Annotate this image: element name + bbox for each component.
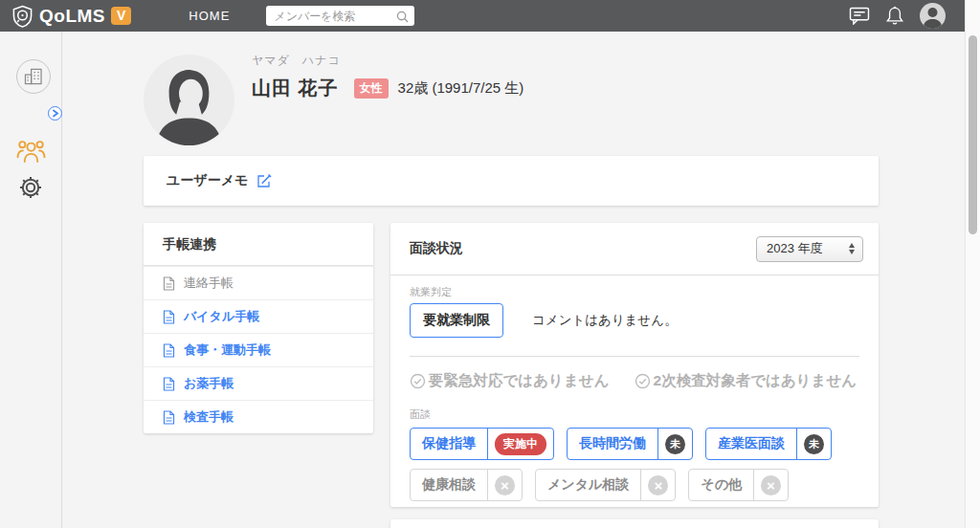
gear-icon: [17, 174, 44, 201]
version-badge: V: [111, 7, 131, 25]
sidebar-item-settings[interactable]: [17, 174, 44, 201]
profile-name: 山田 花子: [252, 76, 339, 101]
edit-memo-icon[interactable]: [256, 173, 272, 188]
interview-button-mental-consult[interactable]: メンタル相談 ×: [535, 469, 676, 501]
circle-check-icon: [410, 373, 426, 389]
flag-no-secondary-exam: 2次検査対象者ではありません: [635, 371, 858, 391]
profile-age-birth: 32歳 (1991/7/25 生): [398, 79, 524, 98]
interview-button-health-consult[interactable]: 健康相談 ×: [410, 469, 523, 501]
status-badge-none: ×: [648, 475, 668, 495]
search-icon: [396, 10, 409, 27]
notebook-item-medicine[interactable]: お薬手帳: [144, 366, 373, 400]
divider: [410, 356, 859, 357]
user-memo-card: ユーザーメモ: [144, 156, 879, 206]
interview-section-label: 面談: [410, 407, 859, 422]
profile-summary: ヤマダ ハナコ 山田 花子 女性 32歳 (1991/7/25 生): [252, 53, 523, 101]
notebook-item-vital[interactable]: バイタル手帳: [144, 299, 373, 333]
user-memo-title: ユーザーメモ: [167, 172, 248, 189]
work-judgment-label: 就業判定: [410, 285, 859, 299]
interview-button-long-hours[interactable]: 長時間労働 未: [567, 428, 693, 460]
header-actions: [849, 3, 965, 29]
interview-button-label: その他: [689, 470, 753, 500]
document-icon: [163, 410, 175, 425]
building-icon: [24, 68, 43, 85]
flag-no-emergency: 要緊急対応ではありません: [410, 371, 610, 391]
interview-card-title: 面談状況: [410, 240, 463, 257]
notebook-label: 食事・運動手帳: [184, 341, 271, 359]
brand-name: QoLMS: [39, 6, 105, 27]
interview-button-label: 保健指導: [411, 429, 487, 459]
notebook-label: 検査手帳: [184, 408, 234, 426]
notebook-item-examination[interactable]: 検査手帳: [144, 400, 373, 433]
sidebar-item-organization[interactable]: [16, 59, 51, 94]
interview-button-label: 健康相談: [411, 470, 487, 500]
interview-button-occupational-doctor[interactable]: 産業医面談 未: [705, 428, 832, 460]
fiscal-year-value: 2023 年度: [767, 240, 823, 257]
status-badge-in-progress: 実施中: [495, 433, 546, 455]
notebook-item-contact: 連絡手帳: [144, 266, 373, 299]
notebook-card-title: 手帳連携: [144, 223, 373, 266]
work-judgment-button[interactable]: 要就業制限: [410, 303, 503, 338]
status-badge-not-yet: 未: [804, 434, 824, 454]
status-badge-not-yet: 未: [665, 434, 685, 454]
document-icon: [163, 276, 175, 291]
select-stepper-icon: [849, 243, 855, 254]
top-header: QoLMS V HOME: [0, 0, 965, 32]
interview-button-label: 産業医面談: [706, 429, 796, 459]
document-icon: [163, 310, 175, 324]
judgment-comment: コメントはありません。: [532, 312, 678, 329]
user-avatar-large: [144, 55, 234, 145]
notebook-label: 連絡手帳: [184, 275, 234, 292]
scrollbar-thumb[interactable]: [969, 35, 977, 234]
notebook-links-card: 手帳連携 連絡手帳 バイタル手帳 食事・運動手帳 お薬: [144, 223, 373, 433]
flag-text: 要緊急対応ではありません: [429, 371, 610, 391]
nav-home[interactable]: HOME: [189, 9, 230, 23]
people-group-icon: [16, 138, 46, 164]
status-badge-none: ×: [761, 475, 781, 495]
profile-kana: ヤマダ ハナコ: [252, 53, 523, 69]
interview-button-health-guidance[interactable]: 保健指導 実施中: [410, 428, 554, 460]
member-search: [266, 6, 414, 26]
next-section-card: [390, 519, 879, 528]
document-icon: [163, 377, 175, 391]
sidebar-item-members[interactable]: [16, 138, 46, 164]
notebook-item-meal-exercise[interactable]: 食事・運動手帳: [144, 333, 373, 366]
document-icon: [163, 343, 175, 358]
interview-button-other[interactable]: その他 ×: [688, 469, 789, 501]
status-badge-none: ×: [495, 475, 515, 495]
interview-status-card: 面談状況 2023 年度 就業判定 要就業制限 コメントはありません。 要緊急対…: [390, 223, 879, 507]
message-icon[interactable]: [849, 7, 870, 25]
fiscal-year-select[interactable]: 2023 年度: [756, 236, 863, 262]
member-search-input[interactable]: [266, 6, 414, 26]
scrollbar-track[interactable]: [965, 0, 980, 528]
shield-logo-icon: [11, 5, 33, 28]
circle-check-icon: [635, 373, 651, 389]
left-sidebar: [0, 32, 62, 528]
gender-badge: 女性: [354, 78, 389, 99]
sidebar-expand-button[interactable]: [48, 106, 62, 121]
notebook-label: お薬手帳: [184, 375, 234, 392]
flag-text: 2次検査対象者ではありません: [654, 371, 858, 391]
notifications-bell-icon[interactable]: [886, 6, 903, 26]
interview-button-label: メンタル相談: [536, 470, 640, 500]
interview-button-label: 長時間労働: [568, 429, 657, 459]
brand-logo[interactable]: QoLMS V: [0, 5, 131, 28]
chevron-right-icon: [52, 109, 59, 118]
user-avatar-small[interactable]: [920, 3, 946, 29]
notebook-label: バイタル手帳: [184, 308, 259, 325]
